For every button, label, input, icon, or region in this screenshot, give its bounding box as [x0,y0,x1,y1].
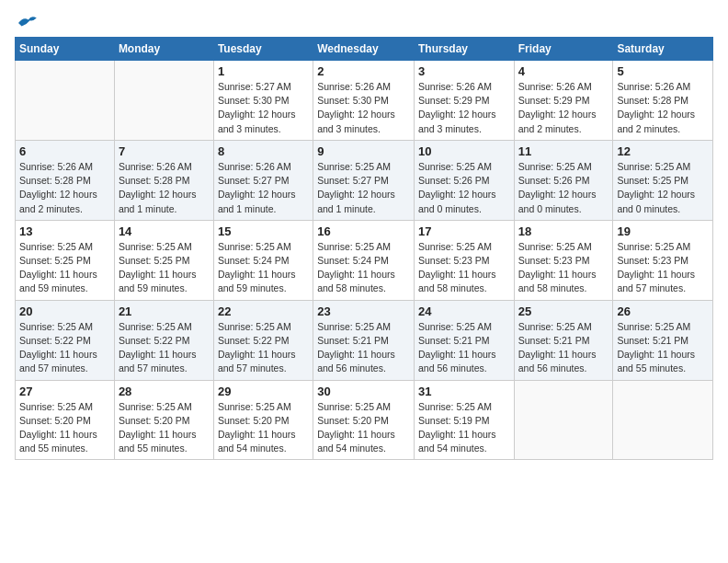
calendar-week-row: 1Sunrise: 5:27 AMSunset: 5:30 PMDaylight… [16,61,713,141]
day-info: Sunrise: 5:25 AMSunset: 5:21 PMDaylight:… [518,320,609,376]
day-info: Sunrise: 5:27 AMSunset: 5:30 PMDaylight:… [218,80,309,136]
day-info: Sunrise: 5:25 AMSunset: 5:20 PMDaylight:… [19,400,110,456]
day-info: Sunrise: 5:25 AMSunset: 5:21 PMDaylight:… [418,320,510,376]
calendar-cell: 14Sunrise: 5:25 AMSunset: 5:25 PMDayligh… [114,220,213,300]
day-of-week-header: Monday [114,38,213,61]
calendar-cell: 27Sunrise: 5:25 AMSunset: 5:20 PMDayligh… [16,380,115,460]
calendar-cell: 26Sunrise: 5:25 AMSunset: 5:21 PMDayligh… [613,300,713,380]
day-number: 2 [317,64,410,78]
day-info: Sunrise: 5:25 AMSunset: 5:25 PMDaylight:… [119,240,210,296]
day-info: Sunrise: 5:25 AMSunset: 5:23 PMDaylight:… [617,240,709,296]
day-info: Sunrise: 5:25 AMSunset: 5:20 PMDaylight:… [218,400,309,456]
calendar-cell: 30Sunrise: 5:25 AMSunset: 5:20 PMDayligh… [313,380,415,460]
day-number: 13 [19,224,110,238]
calendar-cell: 3Sunrise: 5:26 AMSunset: 5:29 PMDaylight… [414,61,514,141]
calendar-cell [514,380,613,460]
day-number: 19 [617,224,709,238]
calendar-cell [16,61,115,141]
day-info: Sunrise: 5:25 AMSunset: 5:24 PMDaylight:… [218,240,309,296]
day-info: Sunrise: 5:25 AMSunset: 5:26 PMDaylight:… [418,160,510,216]
calendar-cell: 17Sunrise: 5:25 AMSunset: 5:23 PMDayligh… [414,220,514,300]
calendar-cell: 10Sunrise: 5:25 AMSunset: 5:26 PMDayligh… [414,140,514,220]
logo [15,15,37,28]
day-number: 23 [317,304,410,318]
calendar-table: SundayMondayTuesdayWednesdayThursdayFrid… [15,37,713,460]
day-of-week-header: Sunday [16,38,115,61]
calendar-week-row: 13Sunrise: 5:25 AMSunset: 5:25 PMDayligh… [16,220,713,300]
day-number: 8 [218,144,309,158]
day-info: Sunrise: 5:26 AMSunset: 5:30 PMDaylight:… [317,80,410,136]
day-info: Sunrise: 5:25 AMSunset: 5:19 PMDaylight:… [418,400,510,456]
day-number: 29 [218,385,309,398]
day-number: 17 [418,224,510,238]
day-info: Sunrise: 5:25 AMSunset: 5:25 PMDaylight:… [19,240,110,296]
day-info: Sunrise: 5:25 AMSunset: 5:24 PMDaylight:… [317,240,410,296]
day-number: 21 [119,304,210,318]
calendar-cell: 29Sunrise: 5:25 AMSunset: 5:20 PMDayligh… [213,380,313,460]
calendar-cell: 9Sunrise: 5:25 AMSunset: 5:27 PMDaylight… [313,140,415,220]
day-info: Sunrise: 5:25 AMSunset: 5:20 PMDaylight:… [317,400,410,456]
calendar-cell: 13Sunrise: 5:25 AMSunset: 5:25 PMDayligh… [16,220,115,300]
calendar-week-row: 27Sunrise: 5:25 AMSunset: 5:20 PMDayligh… [16,380,713,460]
day-of-week-header: Wednesday [313,38,415,61]
day-info: Sunrise: 5:26 AMSunset: 5:28 PMDaylight:… [119,160,210,216]
day-info: Sunrise: 5:25 AMSunset: 5:27 PMDaylight:… [317,160,410,216]
day-info: Sunrise: 5:26 AMSunset: 5:29 PMDaylight:… [418,80,510,136]
day-number: 5 [617,64,709,78]
day-info: Sunrise: 5:26 AMSunset: 5:28 PMDaylight:… [617,80,709,136]
calendar-cell: 22Sunrise: 5:25 AMSunset: 5:22 PMDayligh… [213,300,313,380]
day-number: 6 [19,144,110,158]
calendar-cell: 18Sunrise: 5:25 AMSunset: 5:23 PMDayligh… [514,220,613,300]
day-info: Sunrise: 5:26 AMSunset: 5:27 PMDaylight:… [218,160,309,216]
day-number: 24 [418,304,510,318]
calendar-cell: 1Sunrise: 5:27 AMSunset: 5:30 PMDaylight… [213,61,313,141]
day-number: 9 [317,144,410,158]
day-of-week-header: Tuesday [213,38,313,61]
day-info: Sunrise: 5:25 AMSunset: 5:22 PMDaylight:… [218,320,309,376]
calendar-cell: 8Sunrise: 5:26 AMSunset: 5:27 PMDaylight… [213,140,313,220]
calendar-cell: 4Sunrise: 5:26 AMSunset: 5:29 PMDaylight… [514,61,613,141]
day-info: Sunrise: 5:26 AMSunset: 5:28 PMDaylight:… [19,160,110,216]
calendar-cell [114,61,213,141]
day-info: Sunrise: 5:25 AMSunset: 5:21 PMDaylight:… [317,320,410,376]
day-number: 18 [518,224,609,238]
day-info: Sunrise: 5:25 AMSunset: 5:22 PMDaylight:… [19,320,110,376]
calendar-cell: 23Sunrise: 5:25 AMSunset: 5:21 PMDayligh… [313,300,415,380]
day-number: 11 [518,144,609,158]
calendar-cell: 2Sunrise: 5:26 AMSunset: 5:30 PMDaylight… [313,61,415,141]
calendar-cell: 21Sunrise: 5:25 AMSunset: 5:22 PMDayligh… [114,300,213,380]
day-number: 27 [19,385,110,398]
calendar-cell: 12Sunrise: 5:25 AMSunset: 5:25 PMDayligh… [613,140,713,220]
calendar-cell: 31Sunrise: 5:25 AMSunset: 5:19 PMDayligh… [414,380,514,460]
day-number: 25 [518,304,609,318]
day-number: 4 [518,64,609,78]
calendar-cell: 19Sunrise: 5:25 AMSunset: 5:23 PMDayligh… [613,220,713,300]
day-info: Sunrise: 5:25 AMSunset: 5:23 PMDaylight:… [518,240,609,296]
calendar-cell: 15Sunrise: 5:25 AMSunset: 5:24 PMDayligh… [213,220,313,300]
day-info: Sunrise: 5:25 AMSunset: 5:20 PMDaylight:… [119,400,210,456]
calendar-cell: 25Sunrise: 5:25 AMSunset: 5:21 PMDayligh… [514,300,613,380]
day-number: 3 [418,64,510,78]
calendar-cell: 11Sunrise: 5:25 AMSunset: 5:26 PMDayligh… [514,140,613,220]
day-number: 22 [218,304,309,318]
day-number: 12 [617,144,709,158]
calendar-cell: 20Sunrise: 5:25 AMSunset: 5:22 PMDayligh… [16,300,115,380]
calendar-cell: 16Sunrise: 5:25 AMSunset: 5:24 PMDayligh… [313,220,415,300]
day-number: 7 [119,144,210,158]
calendar-header-row: SundayMondayTuesdayWednesdayThursdayFrid… [16,38,713,61]
calendar-cell [613,380,713,460]
calendar-cell: 6Sunrise: 5:26 AMSunset: 5:28 PMDaylight… [16,140,115,220]
day-info: Sunrise: 5:25 AMSunset: 5:26 PMDaylight:… [518,160,609,216]
day-number: 15 [218,224,309,238]
day-number: 26 [617,304,709,318]
day-number: 16 [317,224,410,238]
day-info: Sunrise: 5:25 AMSunset: 5:21 PMDaylight:… [617,320,709,376]
calendar-cell: 7Sunrise: 5:26 AMSunset: 5:28 PMDaylight… [114,140,213,220]
day-number: 14 [119,224,210,238]
calendar-week-row: 20Sunrise: 5:25 AMSunset: 5:22 PMDayligh… [16,300,713,380]
day-info: Sunrise: 5:25 AMSunset: 5:23 PMDaylight:… [418,240,510,296]
day-info: Sunrise: 5:25 AMSunset: 5:22 PMDaylight:… [119,320,210,376]
day-of-week-header: Saturday [613,38,713,61]
calendar-cell: 5Sunrise: 5:26 AMSunset: 5:28 PMDaylight… [613,61,713,141]
day-number: 28 [119,385,210,398]
